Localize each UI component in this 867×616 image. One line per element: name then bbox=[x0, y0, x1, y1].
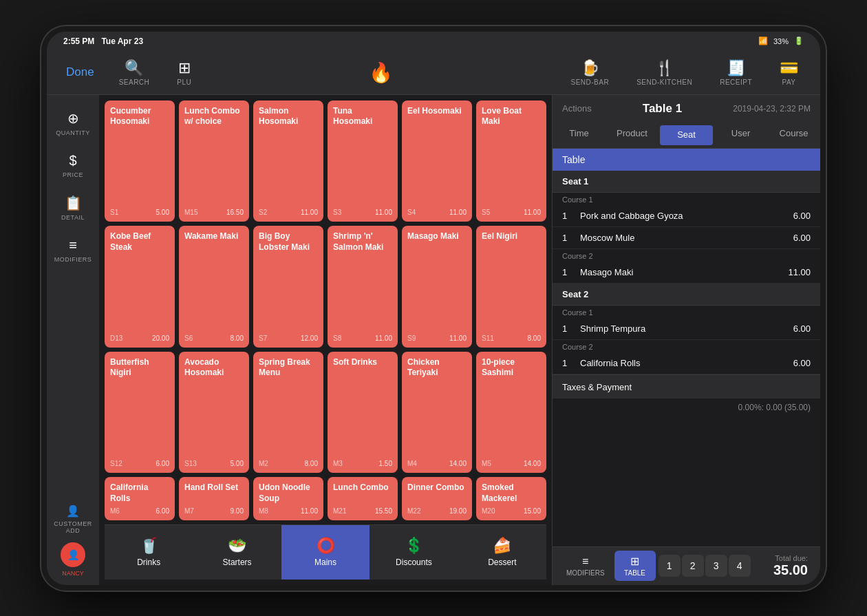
customer-add-button[interactable]: 👤 CUSTOMER ADD bbox=[47, 499, 99, 540]
sidebar-quantity[interactable]: ⊕ QUANTITY bbox=[47, 103, 99, 143]
menu-item-s7[interactable]: Big Boy Lobster Maki S7 12.00 bbox=[253, 226, 323, 348]
wifi-icon: 📶 bbox=[758, 36, 768, 45]
sidebar-price[interactable]: $ PRICE bbox=[47, 146, 99, 185]
order-tab-user[interactable]: User bbox=[714, 123, 767, 148]
seat-num-2[interactable]: 2 bbox=[682, 555, 704, 577]
detail-icon: 📋 bbox=[65, 195, 82, 211]
menu-item-price: 8.00 bbox=[528, 334, 541, 342]
order-item-row[interactable]: 1 Masago Maki 11.00 bbox=[553, 262, 820, 284]
category-tab-starters[interactable]: 🥗 Starters bbox=[193, 524, 281, 580]
menu-item-m4[interactable]: Chicken Teriyaki M4 14.00 bbox=[402, 352, 472, 474]
menu-item-d13[interactable]: Kobe Beef Steak D13 20.00 bbox=[105, 226, 175, 348]
send-bar-action[interactable]: 🍺 SEND-BAR bbox=[559, 55, 620, 90]
menu-item-price: 8.00 bbox=[231, 334, 244, 342]
table-button[interactable]: ⊞ TABLE bbox=[614, 551, 656, 581]
menu-item-m22[interactable]: Dinner Combo M22 19.00 bbox=[402, 477, 472, 520]
menu-item-name: Big Boy Lobster Maki bbox=[259, 231, 318, 332]
menu-item-name: Love Boat Maki bbox=[482, 106, 541, 206]
search-action[interactable]: 🔍 SEARCH bbox=[108, 55, 161, 90]
order-time: 2019-04-23, 2:32 PM bbox=[733, 104, 811, 114]
menu-item-m3[interactable]: Soft Drinks M3 1.50 bbox=[328, 352, 398, 474]
menu-item-footer: M22 19.00 bbox=[407, 507, 467, 515]
tablet-frame: 2:55 PM Tue Apr 23 📶 33% 🔋 Done 🔍 SEARCH… bbox=[41, 26, 826, 591]
menu-item-s8[interactable]: Shrimp 'n' Salmon Maki S8 11.00 bbox=[328, 226, 398, 348]
menu-item-s6[interactable]: Wakame Maki S6 8.00 bbox=[179, 226, 249, 348]
category-tab-mains[interactable]: ⭕ Mains bbox=[281, 524, 370, 580]
menu-item-m7[interactable]: Hand Roll Set M7 9.00 bbox=[179, 477, 249, 520]
seat-numbers: 1234 bbox=[659, 555, 771, 577]
order-tab-time[interactable]: Time bbox=[553, 123, 606, 148]
seat-num-1[interactable]: 1 bbox=[659, 555, 681, 577]
modifiers-bottom-icon: ≡ bbox=[582, 555, 588, 568]
item-qty: 1 bbox=[562, 267, 575, 277]
order-tab-seat[interactable]: Seat bbox=[660, 125, 713, 145]
menu-item-s13[interactable]: Avocado Hosomaki S13 5.00 bbox=[179, 352, 249, 474]
menu-item-m21[interactable]: Lunch Combo M21 15.50 bbox=[328, 477, 398, 520]
sidebar-detail[interactable]: 📋 DETAIL bbox=[47, 188, 99, 228]
menu-item-s9[interactable]: Masago Maki S9 11.00 bbox=[402, 226, 472, 348]
customer-add-label: CUSTOMER ADD bbox=[52, 520, 94, 534]
menu-item-s3[interactable]: Tuna Hosomaki S3 11.00 bbox=[328, 100, 398, 222]
menu-item-code: M5 bbox=[482, 460, 491, 467]
menu-item-code: S12 bbox=[110, 460, 122, 467]
sidebar-modifiers[interactable]: ≡ MODIFIERS bbox=[47, 231, 99, 270]
order-item-row[interactable]: 1 Moscow Mule 6.00 bbox=[553, 227, 820, 249]
menu-item-footer: S6 8.00 bbox=[184, 334, 244, 342]
item-qty: 1 bbox=[562, 358, 575, 368]
item-qty: 1 bbox=[562, 233, 575, 243]
menu-item-code: S9 bbox=[407, 334, 416, 342]
user-name-label: NANCY bbox=[62, 570, 84, 577]
receipt-action[interactable]: 🧾 RECEIPT bbox=[709, 55, 763, 90]
menu-item-name: Tuna Hosomaki bbox=[333, 106, 392, 206]
user-avatar[interactable]: 👤 bbox=[61, 542, 85, 567]
cat-tab-label: Mains bbox=[314, 557, 336, 567]
menu-item-m5[interactable]: 10-piece Sashimi M5 14.00 bbox=[476, 352, 546, 474]
menu-item-footer: M21 15.50 bbox=[333, 507, 392, 515]
menu-item-s2[interactable]: Salmon Hosomaki S2 11.00 bbox=[253, 100, 323, 222]
menu-item-s5[interactable]: Love Boat Maki S5 11.00 bbox=[476, 100, 546, 222]
order-tab-course[interactable]: Course bbox=[767, 123, 820, 148]
menu-item-m15[interactable]: Lunch Combo w/ choice M15 16.50 bbox=[179, 100, 249, 222]
seat-num-4[interactable]: 4 bbox=[729, 555, 751, 577]
seat-num-3[interactable]: 3 bbox=[705, 555, 727, 577]
menu-item-m20[interactable]: Smoked Mackerel M20 15.00 bbox=[476, 477, 546, 520]
menu-item-m6[interactable]: California Rolls M6 6.00 bbox=[105, 477, 175, 520]
cat-tab-label: Dessert bbox=[488, 557, 516, 567]
done-button[interactable]: Done bbox=[58, 60, 103, 85]
order-item-row[interactable]: 1 Pork and Cabbage Gyoza 6.00 bbox=[553, 205, 820, 227]
menu-item-name: Lunch Combo w/ choice bbox=[184, 106, 244, 206]
category-tab-drinks[interactable]: 🥤 Drinks bbox=[105, 524, 193, 580]
menu-item-code: M4 bbox=[407, 460, 417, 467]
status-bar: 2:55 PM Tue Apr 23 📶 33% 🔋 bbox=[47, 32, 820, 51]
pay-action[interactable]: 💳 PAY bbox=[769, 55, 809, 90]
item-qty: 1 bbox=[562, 211, 575, 221]
send-kitchen-action[interactable]: 🍴 SEND-KITCHEN bbox=[625, 55, 703, 90]
menu-item-code: S4 bbox=[407, 209, 416, 216]
menu-item-m2[interactable]: Spring Break Menu M2 8.00 bbox=[253, 352, 323, 474]
menu-item-name: Eel Nigiri bbox=[482, 231, 541, 332]
menu-item-m8[interactable]: Udon Noodle Soup M8 11.00 bbox=[253, 477, 323, 520]
menu-item-s1[interactable]: Cucumber Hosomaki S1 5.00 bbox=[105, 100, 175, 222]
menu-item-price: 11.00 bbox=[301, 507, 318, 515]
menu-item-s12[interactable]: Butterfish Nigiri S12 6.00 bbox=[105, 352, 175, 474]
menu-item-s4[interactable]: Eel Hosomaki S4 11.00 bbox=[402, 100, 472, 222]
menu-item-footer: M20 15.00 bbox=[482, 507, 541, 515]
menu-item-name: Wakame Maki bbox=[184, 231, 244, 332]
menu-item-code: M7 bbox=[184, 507, 194, 515]
send-bar-label: SEND-BAR bbox=[570, 78, 609, 86]
send-bar-icon: 🍺 bbox=[581, 59, 599, 77]
category-tab-dessert[interactable]: 🍰 Dessert bbox=[458, 524, 546, 580]
modifiers-button[interactable]: ≡ MODIFIERS bbox=[559, 551, 612, 581]
order-item-row[interactable]: 1 California Rolls 6.00 bbox=[553, 352, 820, 374]
menu-item-code: S1 bbox=[110, 209, 118, 216]
customer-icon: 👤 bbox=[66, 505, 80, 518]
menu-item-s11[interactable]: Eel Nigiri S11 8.00 bbox=[476, 226, 546, 348]
cat-tab-icon: 🥗 bbox=[228, 537, 246, 555]
category-tab-discounts[interactable]: 💲 Discounts bbox=[370, 524, 458, 580]
plu-action[interactable]: ⊞ PLU bbox=[166, 55, 202, 90]
taxes-label: Taxes & Payment bbox=[562, 382, 632, 392]
order-tab-product[interactable]: Product bbox=[606, 123, 659, 148]
menu-item-footer: S13 5.00 bbox=[184, 460, 244, 467]
order-item-row[interactable]: 1 Shrimp Tempura 6.00 bbox=[553, 318, 820, 340]
menu-item-price: 20.00 bbox=[152, 334, 169, 342]
